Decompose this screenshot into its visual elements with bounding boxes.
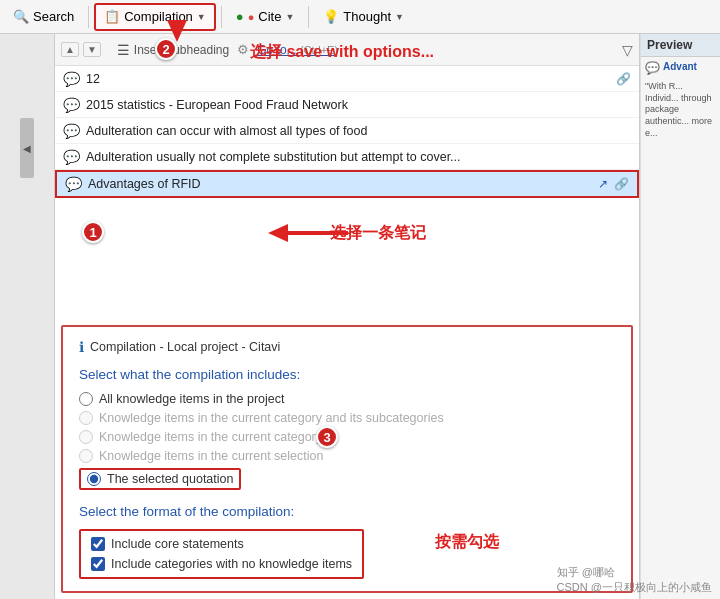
- compilation-label: Compilation: [124, 9, 193, 24]
- preview-item-title: Advant: [663, 61, 697, 72]
- link-icon: 🔗: [616, 72, 631, 86]
- watermark-line1: 知乎 @哪哈: [557, 565, 712, 580]
- cite-label: Cite: [258, 9, 281, 24]
- notes-toolbar: ▲ ▼ ☰ Insert subheading ⚙ Go to... (Ctrl…: [55, 34, 639, 66]
- cite-button[interactable]: ● ● Cite ▼: [227, 3, 304, 31]
- nav-up-button[interactable]: ▲: [61, 42, 79, 57]
- option-selected-quote[interactable]: The selected quotation: [79, 468, 615, 490]
- option-current-cat[interactable]: Knowledge items in the current category: [79, 430, 615, 444]
- watermark-line2: CSDN @一只积极向上的小咸鱼: [557, 580, 712, 595]
- option-current-cat-sub-radio[interactable]: [79, 411, 93, 425]
- toolbar-separator-1: [88, 6, 89, 28]
- right-preview-panel: Preview 💬 Advant "With R... Individ... t…: [640, 34, 720, 599]
- search-icon: 🔍: [13, 9, 29, 24]
- notes-list: 💬 12 🔗 💬 2015 statistics - European Food…: [55, 66, 639, 319]
- checkbox-core-input[interactable]: [91, 537, 105, 551]
- compilation-options: All knowledge items in the project Knowl…: [79, 392, 615, 490]
- note-text-rfid: Advantages of RFID: [88, 177, 592, 191]
- preview-item-text: "With R... Individ... through package au…: [645, 81, 716, 139]
- list-item[interactable]: 💬 12 🔗: [55, 66, 639, 92]
- thought-chevron-icon: ▼: [395, 12, 404, 22]
- list-icon: ☰: [117, 42, 130, 58]
- filter-icon[interactable]: ▽: [622, 42, 633, 58]
- option-current-sel-radio[interactable]: [79, 449, 93, 463]
- dialog-title: Compilation - Local project - Citavi: [90, 340, 280, 354]
- option-current-sel-label: Knowledge items in the current selection: [99, 449, 323, 463]
- nav-down-button[interactable]: ▼: [83, 42, 101, 57]
- checkbox-no-knowledge-label: Include categories with no knowledge ite…: [111, 557, 352, 571]
- checkbox-no-knowledge[interactable]: Include categories with no knowledge ite…: [91, 557, 352, 571]
- note-icon: 💬: [63, 97, 80, 113]
- compilation-button[interactable]: 📋 Compilation ▼: [94, 3, 216, 31]
- option-all-radio[interactable]: [79, 392, 93, 406]
- option-current-sel[interactable]: Knowledge items in the current selection: [79, 449, 615, 463]
- goto-label: Go to...: [257, 43, 296, 57]
- sidebar-collapse-arrow[interactable]: ◀: [20, 118, 34, 178]
- checkbox-core-label: Include core statements: [111, 537, 244, 551]
- insert-subheading-label: Insert subheading: [134, 43, 229, 57]
- main-toolbar: 🔍 Search 📋 Compilation ▼ ● ● Cite ▼ 💡 Th…: [0, 0, 720, 34]
- toolbar-separator-2: [221, 6, 222, 28]
- search-button[interactable]: 🔍 Search: [4, 3, 83, 31]
- preview-content: 💬 Advant "With R... Individ... through p…: [641, 57, 720, 143]
- cite-chevron-icon: ▼: [285, 12, 294, 22]
- goto-button[interactable]: Go to... (Ctrl+E): [257, 43, 338, 57]
- note-text: 2015 statistics - European Food Fraud Ne…: [86, 98, 631, 112]
- compilation-dialog: ℹ Compilation - Local project - Citavi S…: [61, 325, 633, 593]
- option-selected-quote-label: The selected quotation: [107, 472, 233, 486]
- watermark: 知乎 @哪哈 CSDN @一只积极向上的小咸鱼: [557, 565, 712, 595]
- search-label: Search: [33, 9, 74, 24]
- main-layout: ◀ ▲ ▼ ☰ Insert subheading ⚙ Go to... (Ct…: [0, 34, 720, 599]
- expand-icon: ↗: [598, 177, 608, 191]
- option-current-cat-sub-label: Knowledge items in the current category …: [99, 411, 444, 425]
- option-all[interactable]: All knowledge items in the project: [79, 392, 615, 406]
- section1-title: Select what the compilation includes:: [79, 367, 615, 382]
- format-checkboxes: Include core statements Include categori…: [79, 529, 364, 579]
- cite-icon: ●: [236, 9, 244, 24]
- list-item-rfid[interactable]: 💬 Advantages of RFID ↗ 🔗: [55, 170, 639, 198]
- list-item[interactable]: 💬 2015 statistics - European Food Fraud …: [55, 92, 639, 118]
- insert-subheading-btn[interactable]: Insert subheading: [134, 43, 229, 57]
- compilation-icon: 📋: [104, 9, 120, 24]
- preview-item-icon: 💬: [645, 61, 660, 75]
- thought-button[interactable]: 💡 Thought ▼: [314, 3, 413, 31]
- note-text: Adulteration can occur with almost all t…: [86, 124, 631, 138]
- note-icon: 💬: [63, 149, 80, 165]
- cite-icon2: ●: [248, 11, 255, 23]
- chevron-down-icon: ▼: [197, 12, 206, 22]
- thought-icon: 💡: [323, 9, 339, 24]
- note-icon: 💬: [63, 123, 80, 139]
- dialog-title-bar: ℹ Compilation - Local project - Citavi: [79, 339, 615, 355]
- section2-title: Select the format of the compilation:: [79, 504, 615, 519]
- settings-icon[interactable]: ⚙: [237, 42, 249, 57]
- option-selected-quote-radio[interactable]: [87, 472, 101, 486]
- thought-label: Thought: [343, 9, 391, 24]
- note-text: 12: [86, 72, 610, 86]
- note-icon: 💬: [63, 71, 80, 87]
- option-current-cat-radio[interactable]: [79, 430, 93, 444]
- list-item[interactable]: 💬 Adulteration usually not complete subs…: [55, 144, 639, 170]
- toolbar-separator-3: [308, 6, 309, 28]
- note-icon: 💬: [65, 176, 82, 192]
- dialog-info-icon: ℹ: [79, 339, 84, 355]
- link-icon: 🔗: [614, 177, 629, 191]
- left-sidebar: ◀: [0, 34, 55, 599]
- goto-shortcut: (Ctrl+E): [300, 44, 338, 56]
- option-current-cat-label: Knowledge items in the current category: [99, 430, 322, 444]
- option-current-cat-sub[interactable]: Knowledge items in the current category …: [79, 411, 615, 425]
- list-item[interactable]: 💬 Adulteration can occur with almost all…: [55, 118, 639, 144]
- checkbox-core[interactable]: Include core statements: [91, 537, 352, 551]
- preview-header: Preview: [641, 34, 720, 57]
- middle-panel: ▲ ▼ ☰ Insert subheading ⚙ Go to... (Ctrl…: [55, 34, 640, 599]
- checkbox-no-knowledge-input[interactable]: [91, 557, 105, 571]
- note-text: Adulteration usually not complete substi…: [86, 150, 631, 164]
- option-all-label: All knowledge items in the project: [99, 392, 285, 406]
